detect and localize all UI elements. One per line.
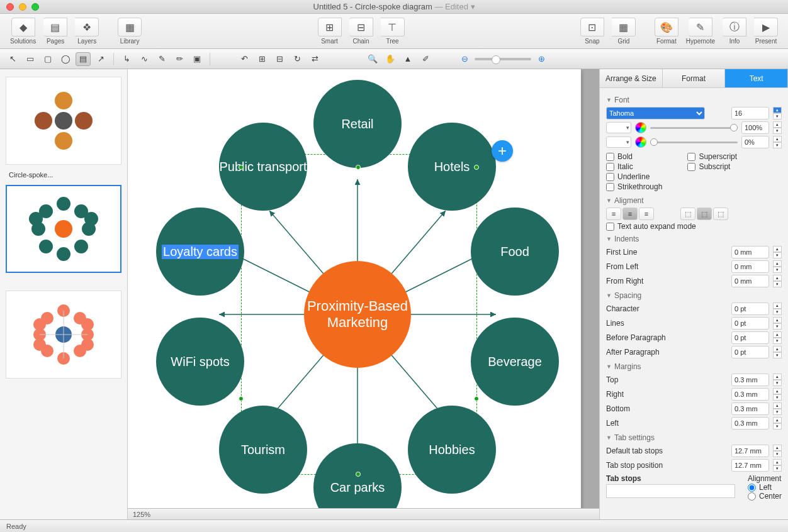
color-wheel-2[interactable]: [635, 136, 646, 148]
format-button[interactable]: 🎨Format: [651, 18, 682, 45]
layers-button[interactable]: ❖Layers: [71, 18, 103, 45]
valign-bottom[interactable]: ⬚: [713, 208, 728, 220]
pages-button[interactable]: ▤Pages: [40, 18, 71, 45]
zoom-slider[interactable]: [475, 58, 531, 60]
opacity-slider-1[interactable]: [650, 127, 738, 129]
pointer-tool[interactable]: ↖: [5, 52, 20, 66]
strike-check[interactable]: [606, 183, 614, 191]
font-family-select[interactable]: Tahoma: [606, 107, 705, 119]
page-thumb-2[interactable]: [6, 185, 121, 273]
section-alignment[interactable]: Aligment: [606, 196, 782, 205]
spoke-tourism[interactable]: Tourism: [219, 406, 307, 494]
chain-button[interactable]: ⊟Chain: [346, 18, 377, 45]
ungroup-tool[interactable]: ⊟: [272, 52, 287, 66]
library-button[interactable]: ▦Library: [114, 18, 145, 45]
tab-arrange[interactable]: Arrange & Size: [600, 69, 663, 87]
curve-tool[interactable]: ∿: [137, 52, 152, 66]
snap-button[interactable]: ⊡Snap: [577, 18, 608, 45]
section-margins[interactable]: Margins: [606, 362, 782, 371]
section-tabs[interactable]: Tab settings: [606, 433, 782, 442]
spacing-before[interactable]: 0 pt: [731, 331, 769, 344]
tab-align-center[interactable]: [748, 492, 756, 501]
hypernote-button[interactable]: ✎Hypernote: [682, 18, 719, 45]
valign-middle[interactable]: ⬚: [697, 208, 712, 220]
opacity-slider-2[interactable]: [650, 141, 738, 143]
indent-right[interactable]: 0 mm: [731, 275, 769, 287]
smart-button[interactable]: ⊞Smart: [314, 18, 346, 45]
spoke-retail[interactable]: Retail: [313, 80, 402, 168]
font-size-input[interactable]: 16: [731, 107, 769, 119]
minimize-window[interactable]: [19, 3, 26, 11]
indent-first[interactable]: 0 mm: [731, 246, 769, 258]
spoke-hotels[interactable]: Hotels: [408, 123, 496, 211]
zoom-level[interactable]: 125%: [133, 511, 150, 518]
zoom-out[interactable]: ⊖: [457, 52, 472, 66]
grid-button[interactable]: ▦Grid: [608, 18, 639, 45]
text-tool[interactable]: ▤: [76, 52, 91, 66]
color-wheel-1[interactable]: [635, 122, 646, 133]
bold-check[interactable]: [606, 153, 614, 161]
present-button[interactable]: ▶Present: [750, 18, 782, 45]
flip-tool[interactable]: ⇄: [307, 52, 322, 66]
margin-bottom[interactable]: 0.3 mm: [731, 402, 769, 415]
undo-tool[interactable]: ↶: [237, 52, 252, 66]
underline-check[interactable]: [606, 173, 614, 181]
line-tool[interactable]: ↗: [93, 52, 108, 66]
zoom-in[interactable]: ⊕: [534, 52, 549, 66]
opacity-2[interactable]: 0%: [741, 136, 769, 148]
tree-button[interactable]: ⊤Tree: [377, 18, 408, 45]
pen-tool[interactable]: ✎: [154, 52, 169, 66]
indent-left[interactable]: 0 mm: [731, 260, 769, 273]
tab-pos[interactable]: 12.7 mm: [731, 459, 769, 472]
tab-defaults[interactable]: 12.7 mm: [731, 445, 769, 457]
tab-text[interactable]: Text: [725, 69, 788, 87]
font-size-stepper[interactable]: ▴▾: [773, 107, 782, 119]
text-color-1[interactable]: [606, 122, 631, 133]
margin-right[interactable]: 0.3 mm: [731, 388, 769, 401]
text-auto-check[interactable]: [606, 223, 614, 231]
stamp-tool[interactable]: ▲: [400, 52, 415, 66]
valign-top[interactable]: ⬚: [680, 208, 695, 220]
spacing-after[interactable]: 0 pt: [731, 346, 769, 358]
page[interactable]: Proximity-Based Marketing Retail Hotels …: [128, 69, 581, 508]
ellipse-tool[interactable]: ◯: [58, 52, 73, 66]
spoke-beverage[interactable]: Beverage: [471, 318, 559, 406]
opacity-2-stepper[interactable]: ▴▾: [773, 136, 782, 148]
spoke-hobbies[interactable]: Hobbies: [408, 406, 496, 494]
spacing-char[interactable]: 0 pt: [731, 302, 769, 315]
page-thumb-3[interactable]: [6, 291, 121, 379]
spoke-wifi[interactable]: WiFi spots: [156, 318, 244, 406]
center-node[interactable]: Proximity-Based Marketing: [304, 261, 411, 368]
opacity-1[interactable]: 100%: [741, 121, 769, 134]
tab-format[interactable]: Format: [663, 69, 726, 87]
opacity-1-stepper[interactable]: ▴▾: [773, 121, 782, 134]
sub-check[interactable]: [687, 163, 695, 171]
super-check[interactable]: [687, 153, 695, 161]
tab-stops-list[interactable]: [606, 484, 735, 498]
margin-left[interactable]: 0.3 mm: [731, 417, 769, 429]
add-spoke-button[interactable]: +: [492, 140, 513, 162]
tab-align-left[interactable]: [748, 484, 756, 492]
italic-check[interactable]: [606, 163, 614, 171]
pencil-tool[interactable]: ✏: [172, 52, 187, 66]
info-button[interactable]: ⓘInfo: [719, 18, 750, 45]
zoom-window[interactable]: [31, 3, 39, 11]
section-spacing[interactable]: Spacing: [606, 291, 782, 300]
magnify-tool[interactable]: 🔍: [365, 52, 380, 66]
text-color-2[interactable]: [606, 136, 631, 148]
spacing-lines[interactable]: 0 pt: [731, 317, 769, 330]
group-tool[interactable]: ⊞: [254, 52, 269, 66]
section-indents[interactable]: Indents: [606, 235, 782, 243]
spoke-food[interactable]: Food: [471, 208, 559, 296]
image-tool[interactable]: ▣: [189, 52, 205, 66]
margin-top[interactable]: 0.3 mm: [731, 374, 769, 386]
rotate-tool[interactable]: ↻: [290, 52, 305, 66]
close-window[interactable]: [6, 3, 14, 11]
align-left[interactable]: ≡: [606, 208, 621, 220]
rect-tool[interactable]: ▢: [40, 52, 55, 66]
align-center[interactable]: ≡: [622, 208, 638, 220]
spoke-loyalty[interactable]: Loyalty cards: [156, 208, 244, 296]
eyedropper-tool[interactable]: ✐: [418, 52, 433, 66]
spoke-transport[interactable]: Public transport: [219, 123, 307, 211]
canvas[interactable]: Proximity-Based Marketing Retail Hotels …: [128, 69, 599, 519]
